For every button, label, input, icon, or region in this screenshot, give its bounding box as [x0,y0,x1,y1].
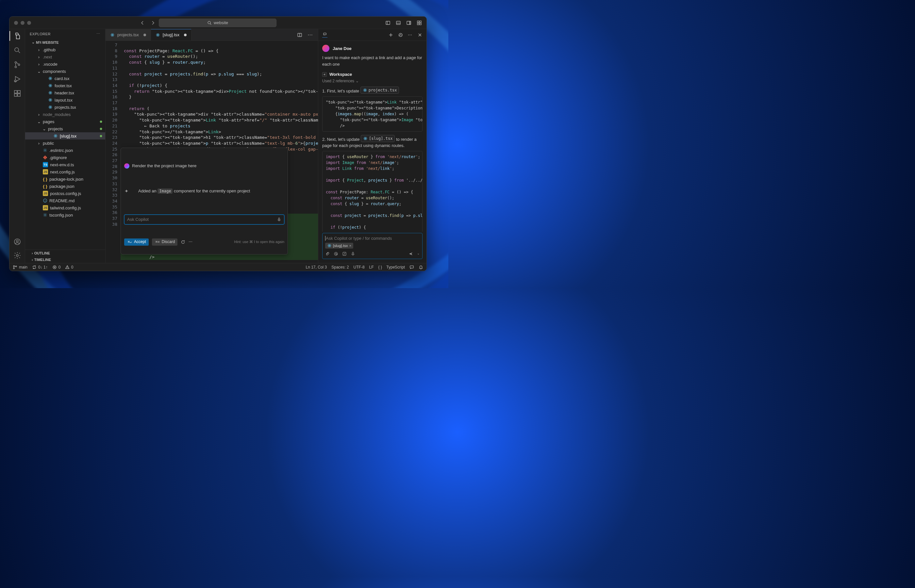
file-row[interactable]: JSpostcss.config.js [25,190,105,197]
problems-indicator[interactable]: 0 0 [52,265,74,270]
discard-button[interactable]: ⌘⌫ Discard [152,239,178,246]
accept-button[interactable]: ⌘↵ Accept [124,239,149,246]
folder-row[interactable]: ›node_modules [25,111,105,118]
file-chip[interactable]: projects.tsx [361,87,399,94]
microphone-icon[interactable] [277,217,281,222]
inline-chat-input[interactable]: Ask Copilot [124,215,284,225]
branch-indicator[interactable]: main [13,265,27,270]
minimize-window-icon[interactable] [21,21,24,25]
workspace-root[interactable]: ⌄ MY-WEBSITE [25,39,105,46]
editor-tab[interactable]: projects.tsx [105,29,151,40]
timeline-section[interactable]: › TIMELINE [25,257,105,263]
file-row[interactable]: { }package-lock.json [25,175,105,183]
remove-chip-icon[interactable]: × [349,244,351,248]
send-dropdown-icon[interactable]: ⌄ [417,252,420,256]
language-mode[interactable]: { } TypeScript [378,265,405,270]
folder-row[interactable]: ›.vscode [25,60,105,68]
file-row[interactable]: layout.tsx [25,96,105,103]
command-center[interactable]: website [159,19,276,27]
eol[interactable]: LF [369,265,374,270]
activity-explorer-icon[interactable] [13,32,21,40]
send-icon[interactable] [409,252,413,256]
nav-forward-icon[interactable] [150,20,155,26]
sidebar-title: EXPLORER [30,32,51,36]
activity-account-icon[interactable] [13,237,21,246]
folder-row[interactable]: ›.next [25,53,105,60]
notifications-icon[interactable] [419,265,423,270]
activity-scm-icon[interactable] [13,60,21,69]
chat-references[interactable]: Used 2 references ⌄ [322,79,422,83]
activity-search-icon[interactable] [13,46,21,55]
chat-agent-header: Workspace [322,72,422,77]
config-icon [43,213,47,217]
close-window-icon[interactable] [14,21,18,25]
layout-sidebar-left-icon[interactable] [385,20,391,26]
file-row[interactable]: JStailwind.config.js [25,204,105,212]
inline-chat-more-icon[interactable]: ⋯ [189,239,193,245]
folder-row[interactable]: ›.github [25,46,105,53]
encoding[interactable]: UTF-8 [354,265,365,270]
file-row[interactable]: JSnext.config.js [25,168,105,175]
folder-name: public [43,141,54,146]
close-chat-icon[interactable] [417,32,422,37]
nav-back-icon[interactable] [140,20,145,26]
attach-icon[interactable] [325,252,330,256]
js-icon: JS [43,191,48,196]
layout-sidebar-right-icon[interactable] [406,20,411,26]
file-row[interactable]: projects.tsx [25,103,105,111]
zoom-window-icon[interactable] [27,21,31,25]
git-icon [43,155,47,160]
slash-command-icon[interactable] [342,252,347,256]
chat-tab-icon[interactable] [322,32,327,37]
new-chat-icon[interactable] [388,32,393,37]
activity-debug-icon[interactable] [13,75,21,83]
chat-code-block[interactable]: "tok-punc"><"tok-tagname">Link "tok-attr… [322,96,422,132]
svg-rect-4 [409,21,411,24]
chat-input[interactable]: Ask Copilot or type / for commands [slug… [322,233,422,259]
chat-more-icon[interactable]: ⋯ [408,32,413,37]
history-icon[interactable] [398,32,403,37]
folder-row[interactable]: ⌄components [25,68,105,75]
editor-more-icon[interactable]: ⋯ [307,32,314,38]
activity-settings-icon[interactable] [13,251,21,260]
file-row[interactable]: TSnext-env.d.ts [25,161,105,168]
sidebar-more-icon[interactable]: ⋯ [96,32,101,36]
folder-row[interactable]: ⌄pages● [25,118,105,125]
file-row[interactable]: .eslintrc.json [25,147,105,154]
svg-point-75 [13,265,15,266]
file-row[interactable]: card.tsx [25,75,105,82]
svg-point-10 [15,62,16,63]
regenerate-icon[interactable] [181,240,185,244]
file-row[interactable]: [slug].tsx● [25,132,105,139]
outline-section[interactable]: › OUTLINE [25,250,105,257]
customize-layout-icon[interactable] [417,20,422,26]
file-row[interactable]: README.md [25,197,105,204]
folder-row[interactable]: ⌄projects● [25,125,105,132]
indentation[interactable]: Spaces: 2 [331,265,349,270]
file-row[interactable]: footer.tsx [25,82,105,89]
code-content[interactable]: const ProjectPage: React.FC = () => { co… [121,41,318,263]
cursor-position[interactable]: Ln 17, Col 3 [306,265,327,270]
file-row[interactable]: tsconfig.json [25,212,105,218]
svg-point-33 [50,100,51,101]
editor-tab[interactable]: [slug].tsx [151,29,191,40]
inline-chat-hint: Hint: use ⌘ I to open this again [234,239,284,245]
sync-indicator[interactable]: 0↓ 1↑ [32,265,48,270]
svg-rect-6 [420,21,421,23]
file-row[interactable]: header.tsx [25,89,105,96]
file-chip[interactable]: [slug].tsx [361,135,395,142]
activity-extensions-icon[interactable] [13,89,21,98]
warning-icon [65,265,70,270]
folder-row[interactable]: ›public [25,139,105,147]
context-chip[interactable]: [slug].tsx × [325,243,353,249]
file-row[interactable]: .gitignore [25,154,105,161]
split-editor-icon[interactable] [297,32,302,37]
feedback-icon[interactable] [409,265,414,270]
chat-code-block[interactable]: import { useRouter } from 'next/router';… [322,151,422,232]
layout-panel-icon[interactable] [396,20,401,26]
window-controls[interactable] [14,21,31,25]
mention-icon[interactable] [334,252,338,256]
text-editor[interactable]: 7 8 9 10 11 12 13 14 15 16 17 18 19 20 2… [105,41,318,263]
file-row[interactable]: { }package.json [25,183,105,190]
microphone-icon[interactable] [351,252,355,256]
